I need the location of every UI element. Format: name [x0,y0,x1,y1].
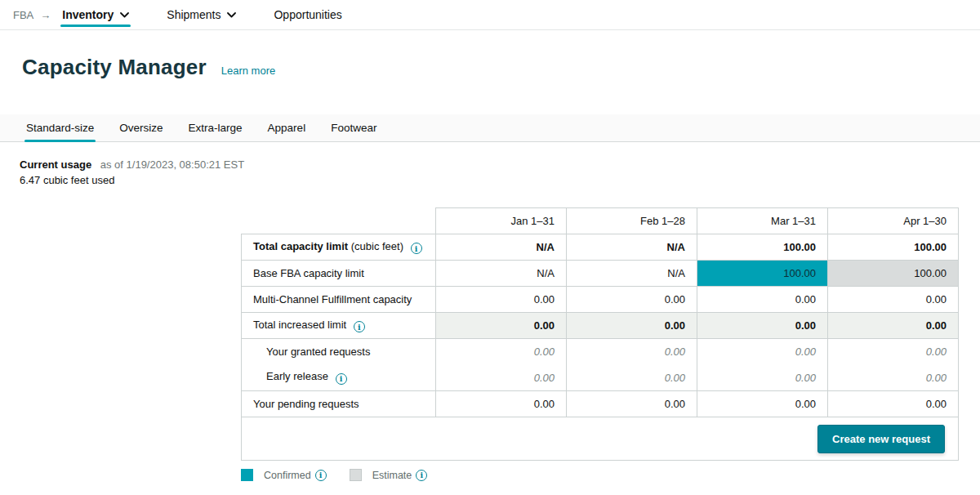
info-icon[interactable]: i [354,321,365,332]
breadcrumb: FBA → [13,0,62,29]
column-header-jan: Jan 1–31 [436,208,567,234]
row-label: Multi-Channel Fulfillment capacity [242,287,436,313]
capacity-table: Jan 1–31 Feb 1–28 Mar 1–31 Apr 1–30 Tota… [241,207,959,461]
row-label: Your granted requests [242,339,436,365]
legend-label: Estimate [372,470,412,481]
cell-value: 100.00 [828,234,959,261]
row-label: Early release i [242,365,436,391]
cell-value: 0.00 [436,365,567,391]
cell-value: 0.00 [828,365,959,391]
current-usage-timestamp: as of 1/19/2023, 08:50:21 EST [100,158,244,171]
cell-value-estimate: 100.00 [828,261,959,287]
estimate-swatch [350,469,362,481]
size-tier-tabs: Standard-size Oversize Extra-large Appar… [0,114,980,142]
table-row-total-capacity-limit: Total capacity limit (cubic feet) i N/A … [242,234,959,261]
row-label: Base FBA capacity limit [242,261,436,287]
cell-value: 0.00 [697,339,828,365]
cell-value: N/A [567,261,697,287]
column-header-mar: Mar 1–31 [697,208,828,234]
info-icon[interactable]: i [336,373,347,385]
nav-item-opportunities[interactable]: Opportunities [274,0,341,29]
cell-value: 0.00 [828,287,959,313]
top-navigation: FBA → Inventory Shipments Opportunities [0,0,980,30]
cell-value: N/A [567,234,697,261]
tab-extra-large[interactable]: Extra-large [189,114,243,141]
page-title: Capacity Manager [22,55,207,80]
table-row-early-release: Early release i 0.00 0.00 0.00 0.00 [242,365,959,391]
current-usage: Current usage as of 1/19/2023, 08:50:21 … [20,158,980,186]
tab-oversize[interactable]: Oversize [119,114,163,141]
cell-value: 0.00 [567,287,697,313]
table-footer-row: Create new request [242,417,959,461]
chevron-down-icon [120,12,129,18]
cell-value: 0.00 [436,287,567,313]
breadcrumb-arrow-icon: → [40,9,51,21]
tab-standard-size[interactable]: Standard-size [26,114,94,141]
nav-item-label: Inventory [62,8,114,21]
learn-more-link[interactable]: Learn more [221,65,275,77]
cell-value: N/A [436,234,567,261]
nav-item-inventory[interactable]: Inventory [62,0,129,29]
cell-value: N/A [436,261,567,287]
cell-value: 0.00 [697,365,828,391]
cell-value: 0.00 [828,391,959,417]
cell-value: 0.00 [436,339,567,365]
chevron-down-icon [227,12,236,18]
table-row-multi-channel-fulfillment-capacity: Multi-Channel Fulfillment capacity 0.00 … [242,287,959,313]
cell-value: 0.00 [697,391,828,417]
table-row-base-fba-capacity-limit: Base FBA capacity limit N/A N/A 100.00 1… [242,261,959,287]
nav-item-label: Shipments [167,8,220,21]
info-icon[interactable]: i [315,470,327,481]
row-label: Your pending requests [242,391,436,417]
column-header-apr: Apr 1–30 [828,208,959,234]
legend-item-confirmed: Confirmed i [241,469,327,481]
cell-value-confirmed: 100.00 [697,261,828,287]
legend-label: Confirmed [264,470,311,481]
table-row-your-granted-requests: Your granted requests 0.00 0.00 0.00 0.0… [242,339,959,365]
info-icon[interactable]: i [416,470,427,481]
cell-value: 0.00 [828,313,959,339]
cell-value: 0.00 [567,313,697,339]
tab-footwear[interactable]: Footwear [331,114,376,141]
row-label: Total capacity limit (cubic feet) i [242,234,436,261]
cell-value: 0.00 [567,339,697,365]
table-row-total-increased-limit: Total increased limit i 0.00 0.00 0.00 0… [242,313,959,339]
cell-value: 0.00 [567,391,697,417]
column-header-feb: Feb 1–28 [567,208,697,234]
current-usage-label: Current usage [20,158,91,171]
cell-value: 100.00 [697,234,828,261]
nav-item-label: Opportunities [274,8,341,21]
cell-value: 0.00 [567,365,697,391]
title-row: Capacity Manager Learn more [0,30,980,80]
cell-value: 0.00 [697,313,828,339]
cell-value: 0.00 [436,391,567,417]
header-corner-cell [242,208,436,234]
breadcrumb-root[interactable]: FBA [13,9,33,21]
create-new-request-button[interactable]: Create new request [817,425,945,453]
cell-value: 0.00 [828,339,959,365]
legend-item-estimate: Estimate i [350,469,428,481]
cell-value: 0.00 [436,313,567,339]
current-usage-value: 6.47 cubic feet used [20,174,980,186]
row-label: Total increased limit i [242,313,436,339]
table-row-your-pending-requests: Your pending requests 0.00 0.00 0.00 0.0… [242,391,959,417]
cell-value: 0.00 [697,287,828,313]
tab-apparel[interactable]: Apparel [268,114,306,141]
info-icon[interactable]: i [411,243,422,254]
table-header-row: Jan 1–31 Feb 1–28 Mar 1–31 Apr 1–30 [242,208,959,234]
legend: Confirmed i Estimate i [241,469,980,481]
nav-item-shipments[interactable]: Shipments [167,0,236,29]
confirmed-swatch [241,469,253,481]
